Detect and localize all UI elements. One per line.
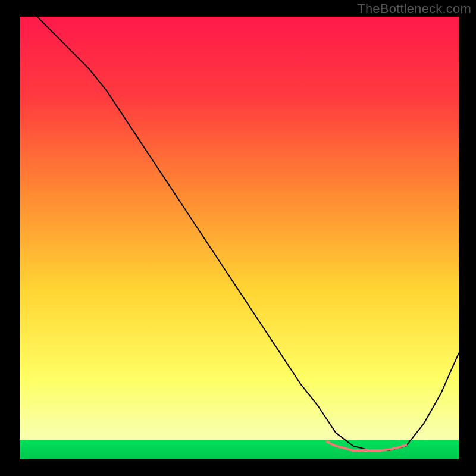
watermark-text: TheBottleneck.com bbox=[357, 1, 471, 17]
chart-background-gradient bbox=[20, 17, 459, 459]
chart-plot-area bbox=[20, 17, 459, 459]
chart-svg bbox=[20, 17, 459, 459]
chart-stage: TheBottleneck.com bbox=[0, 0, 476, 476]
